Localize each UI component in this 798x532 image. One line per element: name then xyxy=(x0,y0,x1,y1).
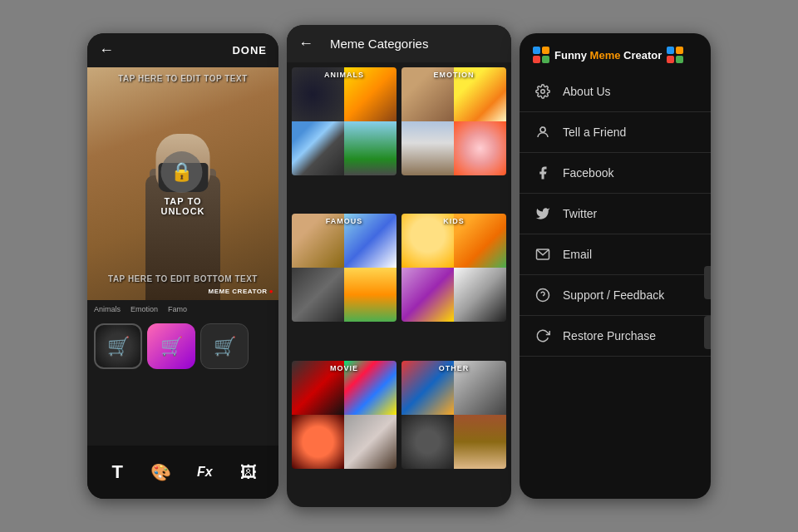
menu-item-about[interactable]: About Us xyxy=(520,71,711,112)
famous-label: FAMOUS xyxy=(326,217,363,225)
back-button[interactable]: ← xyxy=(99,42,114,59)
twitter-icon xyxy=(534,205,551,222)
done-button[interactable]: DONE xyxy=(232,44,267,57)
screen-meme-editor: ← DONE TAP HERE TO EDIT TOP TEXT 🔒 TAP T… xyxy=(87,33,278,499)
kids-img-4 xyxy=(454,268,506,322)
categories-back-button[interactable]: ← xyxy=(298,35,313,52)
categories-title: Meme Categories xyxy=(330,37,428,51)
menu-item-facebook[interactable]: Facebook xyxy=(520,153,711,194)
editor-canvas[interactable]: TAP HERE TO EDIT TOP TEXT 🔒 TAP TOUNLOCK… xyxy=(87,67,278,300)
emotion-img-4 xyxy=(454,121,506,175)
thumb-cart-3[interactable]: 🛒 xyxy=(200,323,249,369)
thumb-cart-1[interactable]: 🛒 xyxy=(94,323,142,369)
person-icon xyxy=(534,124,551,140)
meme-thumbnails: 🛒 🛒 🛒 xyxy=(87,318,278,374)
meme-creator-badge: MEME CREATOR xyxy=(209,288,273,295)
pull-tab-1[interactable] xyxy=(704,266,711,299)
menu-item-twitter[interactable]: Twitter xyxy=(520,194,711,234)
famous-img-4 xyxy=(344,268,397,322)
cart-icon-1: 🛒 xyxy=(107,336,130,357)
movie-img-3 xyxy=(292,415,344,469)
unlock-overlay[interactable]: 🔒 TAP TOUNLOCK xyxy=(160,151,204,216)
logo-blocks-right xyxy=(667,47,683,63)
effects-tool-button[interactable]: Fx xyxy=(190,457,219,487)
kids-img-3 xyxy=(401,268,454,322)
menu-header: Funny Meme Creator xyxy=(520,33,711,71)
category-emotion[interactable]: EMOTION xyxy=(401,67,506,175)
svg-point-0 xyxy=(541,90,545,94)
color-tool-button[interactable]: 🎨 xyxy=(146,457,176,487)
editor-topbar: ← DONE xyxy=(87,33,278,67)
animals-img-3 xyxy=(292,121,344,175)
gear-icon xyxy=(534,83,551,100)
app-container: ← DONE TAP HERE TO EDIT TOP TEXT 🔒 TAP T… xyxy=(0,0,798,532)
logo-block-green xyxy=(542,56,549,63)
category-famous[interactable]: FAMOUS xyxy=(292,214,397,322)
emotion-label: EMOTION xyxy=(434,71,475,79)
email-label: Email xyxy=(563,248,592,261)
logo-block-blue-r xyxy=(667,47,674,54)
other-img-3 xyxy=(401,415,454,469)
text-tool-button[interactable]: T xyxy=(102,457,132,487)
restore-icon xyxy=(534,328,551,344)
famous-img-3 xyxy=(292,268,344,322)
cart-icon-2: 🛒 xyxy=(160,336,183,357)
category-tabs: Animals Emotion Famo xyxy=(87,300,278,318)
twitter-label: Twitter xyxy=(563,207,597,220)
bottom-text-label[interactable]: TAP HERE TO EDIT BOTTOM TEXT xyxy=(108,274,258,283)
support-icon xyxy=(534,287,551,303)
support-label: Support / Feedback xyxy=(563,288,664,302)
category-other[interactable]: OTHER xyxy=(401,361,506,469)
image-icon: 🖼 xyxy=(240,463,257,482)
cart-icon-3: 🛒 xyxy=(214,336,236,357)
effects-icon: Fx xyxy=(197,465,213,480)
cat-tab-emotion[interactable]: Emotion xyxy=(131,305,158,313)
category-kids[interactable]: KIDS xyxy=(401,214,506,322)
app-logo: Funny Meme Creator xyxy=(533,47,683,63)
facebook-icon xyxy=(534,165,551,181)
top-text-label[interactable]: TAP HERE TO EDIT TOP TEXT xyxy=(118,74,248,83)
friend-label: Tell a Friend xyxy=(563,126,626,139)
category-movie[interactable]: MOVIE xyxy=(292,361,397,469)
kids-label: KIDS xyxy=(443,217,465,225)
logo-text: Funny Meme Creator xyxy=(554,49,662,62)
logo-block-green-r xyxy=(676,56,683,63)
tap-unlock-text: TAP TOUNLOCK xyxy=(160,196,204,216)
category-animals[interactable]: ANIMALS xyxy=(292,67,397,175)
other-img-4 xyxy=(454,415,506,469)
logo-block-orange xyxy=(542,47,549,54)
movie-img-4 xyxy=(344,415,397,469)
animals-img-4 xyxy=(344,121,397,175)
screen-categories: ← Meme Categories ANIMALS EMOTION xyxy=(287,25,511,507)
emotion-img-3 xyxy=(401,121,454,175)
logo-block-blue xyxy=(533,47,540,54)
animals-label: ANIMALS xyxy=(324,71,364,79)
menu-item-friend[interactable]: Tell a Friend xyxy=(520,112,711,153)
movie-label: MOVIE xyxy=(330,364,358,372)
categories-grid: ANIMALS EMOTION xyxy=(287,62,511,507)
about-label: About Us xyxy=(563,85,611,98)
facebook-label: Facebook xyxy=(563,166,613,180)
logo-block-orange-r xyxy=(676,47,683,54)
cat-tab-famous[interactable]: Famo xyxy=(168,305,187,313)
restore-label: Restore Purchase xyxy=(563,329,656,342)
email-icon xyxy=(534,246,551,263)
categories-topbar: ← Meme Categories xyxy=(287,25,511,62)
menu-item-email[interactable]: Email xyxy=(520,234,711,275)
logo-block-red xyxy=(533,56,540,63)
menu-item-support[interactable]: Support / Feedback xyxy=(520,275,711,316)
text-tool-icon: T xyxy=(112,461,123,483)
palette-icon: 🎨 xyxy=(150,462,171,482)
screen-menu: Funny Meme Creator Abou xyxy=(520,33,711,499)
logo-blocks-left xyxy=(533,47,549,63)
menu-list: About Us Tell a Friend xyxy=(520,71,711,499)
editor-toolbar: T 🎨 Fx 🖼 xyxy=(87,446,278,499)
logo-meme: Meme xyxy=(590,49,621,62)
cat-tab-animals[interactable]: Animals xyxy=(94,305,121,313)
logo-block-red-r xyxy=(667,56,674,63)
pull-tab-2[interactable] xyxy=(704,316,711,349)
image-tool-button[interactable]: 🖼 xyxy=(234,457,264,487)
menu-item-restore[interactable]: Restore Purchase xyxy=(520,316,711,357)
other-label: OTHER xyxy=(439,364,470,372)
thumb-cart-2[interactable]: 🛒 xyxy=(147,323,195,369)
